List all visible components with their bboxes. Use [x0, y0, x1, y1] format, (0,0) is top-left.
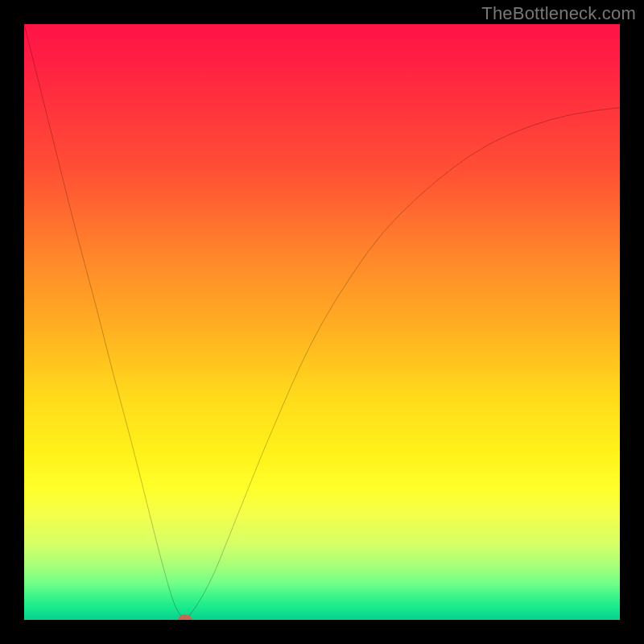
watermark-text: TheBottleneck.com: [481, 3, 636, 24]
bottleneck-curve: [24, 24, 620, 618]
plot-area: [24, 24, 620, 620]
chart-frame: TheBottleneck.com: [0, 0, 644, 644]
minimum-marker: [178, 614, 192, 620]
curve-svg: [24, 24, 620, 620]
